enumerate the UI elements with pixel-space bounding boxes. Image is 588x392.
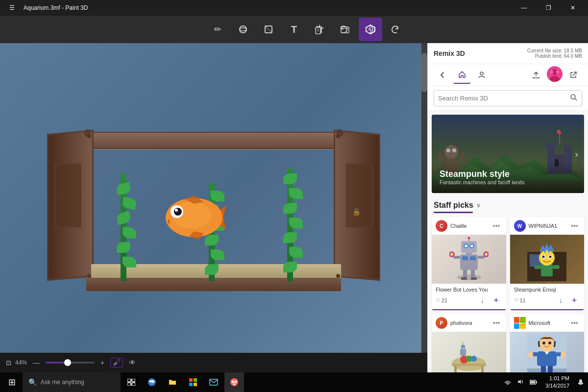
zoom-slider[interactable] [46, 362, 95, 364]
svg-point-20 [550, 71, 553, 74]
remix-user-button[interactable] [473, 66, 490, 84]
history-button[interactable] [358, 18, 381, 41]
svg-point-82 [463, 345, 465, 347]
svg-point-35 [444, 145, 458, 159]
remix-upload-button[interactable] [527, 66, 545, 84]
undo-button[interactable] [332, 18, 356, 41]
hero-next-arrow[interactable]: › [575, 148, 578, 160]
microsoft-more-button[interactable]: ••• [569, 319, 580, 327]
svg-point-61 [467, 237, 470, 239]
hero-banner[interactable]: Steampunk style Fantastic machines and f… [432, 115, 584, 193]
taskbar-notifications-icon[interactable] [575, 376, 586, 389]
flower-bot-underline [432, 309, 506, 310]
steampunk-emoji-download-button[interactable]: ↓ [555, 294, 566, 306]
taskbar-time-display: 1:01 PM [545, 375, 569, 382]
flower-bot-thumbnail [432, 235, 506, 284]
zoom-slider-thumb[interactable] [64, 359, 71, 366]
3d-model-aquarium: 🔒 [47, 105, 380, 311]
item-card-header: C Chaille ••• [432, 217, 506, 235]
scroll-thumb[interactable] [421, 53, 427, 92]
start-button[interactable]: ⊞ [2, 372, 22, 392]
canvas-area[interactable]: 🔒 ⊡ 44% — + 🖌 👁 [0, 43, 427, 372]
steampunk-emoji-more-button[interactable]: ••• [569, 222, 580, 230]
item-card-pholivora[interactable]: P pholivora ••• [432, 314, 506, 372]
flower-bot-likes: 21 [441, 297, 447, 303]
taskbar-battery-icon[interactable] [528, 377, 539, 388]
taskbar-volume-icon[interactable] [515, 377, 526, 388]
pholivora-more-button[interactable]: ••• [491, 319, 502, 327]
zoom-track-fill [46, 362, 65, 364]
svg-point-0 [240, 26, 246, 33]
item-card-header: W WIPNINJA1 ••• [510, 217, 585, 235]
svg-line-3 [265, 26, 272, 33]
crop-button[interactable]: ⊡ [6, 359, 11, 367]
hamburger-button[interactable]: ☰ [4, 0, 20, 16]
item-card-steampunk-emoji[interactable]: W WIPNINJA1 ••• [510, 217, 585, 310]
flower-bot-download-button[interactable]: ↓ [477, 294, 489, 306]
taskbar-file-explorer[interactable] [163, 372, 182, 392]
taskbar-clock[interactable]: 1:01 PM 3/14/2017 [541, 375, 573, 390]
svg-point-98 [542, 342, 545, 344]
remix-back-button[interactable] [434, 66, 451, 84]
svg-point-94 [528, 352, 533, 358]
redo-button[interactable] [383, 18, 407, 41]
svg-point-59 [470, 245, 473, 247]
steampunk-emoji-actions: ♡ 11 ↓ + [510, 294, 585, 309]
taskbar-network-icon[interactable] [502, 377, 513, 388]
steampunk-emoji-like-button[interactable]: ♡ 11 [514, 297, 526, 304]
zoom-decrease-button[interactable]: — [31, 359, 42, 367]
item-card-flower-bot[interactable]: C Chaille ••• [432, 217, 506, 310]
3d-shapes-tool[interactable] [231, 18, 255, 41]
brush-tool[interactable]: ✏ [206, 18, 229, 41]
svg-rect-29 [549, 142, 551, 146]
paint-bucket-button[interactable]: 🖌 [110, 358, 123, 368]
paste-button[interactable] [307, 18, 330, 41]
wipninja-avatar: W [514, 220, 526, 232]
taskbar-paint3d-active[interactable] [224, 372, 244, 392]
zoom-increase-button[interactable]: + [98, 359, 106, 367]
staff-picks-underline [434, 212, 473, 213]
taskbar-edge[interactable] [142, 372, 162, 392]
steampunk-emoji-add-button[interactable]: + [568, 294, 580, 306]
search-taskbar-button[interactable]: 🔍 Ask me anything [23, 372, 121, 392]
remix-home-button[interactable] [453, 66, 471, 84]
svg-rect-48 [453, 256, 460, 259]
item-card-header: P pholivora ••• [432, 314, 506, 332]
svg-rect-103 [132, 383, 135, 386]
task-view-button[interactable] [122, 372, 141, 392]
svg-rect-108 [189, 383, 193, 386]
svg-rect-110 [210, 379, 218, 385]
visibility-button[interactable]: 👁 [127, 359, 138, 367]
item-card-microsoft[interactable]: Microsoft ••• [510, 314, 585, 372]
flower-bot-add-button[interactable]: + [490, 294, 502, 306]
svg-point-58 [465, 245, 467, 247]
flower-bot-more-button[interactable]: ••• [491, 222, 502, 230]
svg-rect-109 [194, 383, 197, 386]
canvas-scrollbar[interactable] [421, 43, 427, 353]
svg-point-112 [232, 381, 234, 383]
taskbar-store[interactable] [183, 372, 203, 392]
svg-rect-75 [481, 366, 484, 372]
remix-user-avatar[interactable] [547, 66, 563, 82]
remix-content[interactable]: Steampunk style Fantastic machines and f… [428, 111, 588, 372]
close-button[interactable]: ✕ [562, 0, 584, 16]
remix-external-link-button[interactable] [564, 66, 582, 84]
search-input-wrapper[interactable] [434, 90, 582, 106]
text-tool[interactable]: T [282, 18, 306, 41]
flower-bot-like-button[interactable]: ♡ 21 [436, 297, 447, 304]
2d-shapes-tool[interactable] [257, 18, 280, 41]
staff-picks-title: Staff picks [434, 201, 473, 210]
search-input[interactable] [438, 95, 570, 102]
flower-bot-actions: ♡ 21 ↓ + [432, 294, 506, 309]
svg-rect-102 [127, 383, 131, 386]
staff-picks-grid: C Chaille ••• [428, 217, 588, 372]
svg-rect-79 [460, 349, 466, 356]
svg-point-99 [548, 342, 551, 344]
search-icon[interactable] [570, 94, 578, 103]
restore-button[interactable]: ❒ [537, 0, 560, 16]
microsoft-thumbnail [510, 332, 585, 372]
taskbar-mail[interactable] [204, 372, 223, 392]
staff-picks-expand-icon[interactable]: ∨ [476, 202, 481, 209]
steampunk-emoji-underline [510, 309, 585, 310]
minimize-button[interactable]: — [513, 0, 535, 16]
